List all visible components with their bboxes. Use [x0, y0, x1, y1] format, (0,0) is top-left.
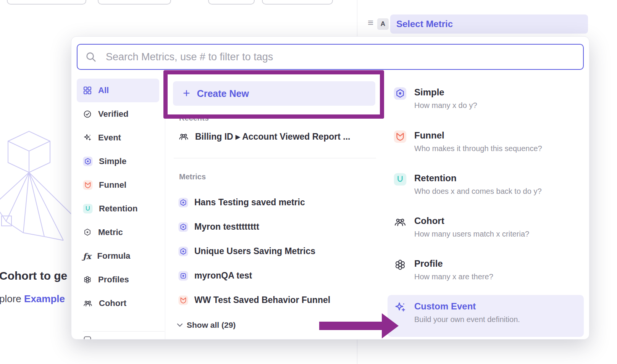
type-title: Profile	[414, 258, 493, 269]
saved-metric-icon	[83, 228, 92, 237]
type-title: Retention	[414, 173, 542, 184]
profiles-flower-icon	[394, 258, 407, 271]
select-metric-label: Select Metric	[396, 19, 453, 29]
example-link[interactable]: Example	[24, 293, 65, 304]
metrics-heading: Metrics	[179, 172, 206, 181]
funnel-icon	[83, 180, 93, 190]
metric-list-item[interactable]: Myron testttttttt	[178, 222, 259, 232]
category-label: Simple	[99, 156, 126, 166]
category-event[interactable]: Event	[77, 126, 159, 150]
category-label: Verified	[98, 109, 128, 119]
recent-item[interactable]: Billing ID ▸ Account Viewed Report ...	[178, 131, 350, 142]
template-icon	[83, 335, 92, 340]
grid-icon	[83, 86, 92, 95]
metric-item-label: Hans Testing saved metric	[194, 197, 305, 208]
range-ytd-button[interactable]: YTD	[47, 0, 86, 4]
create-new-label: Create New	[197, 88, 249, 99]
compare-button[interactable]: Compare	[98, 0, 171, 5]
saved-metric-icon	[178, 198, 188, 208]
cohort-people-icon	[178, 131, 189, 142]
simple-metric-icon	[394, 87, 407, 100]
saved-metric-icon	[178, 222, 188, 232]
plus-icon: +	[183, 87, 190, 99]
show-all-label: Show all (29)	[187, 321, 236, 330]
search-input[interactable]	[105, 51, 575, 63]
category-label: Funnel	[99, 180, 126, 190]
category-metric[interactable]: Metric	[77, 221, 159, 244]
metric-item-label: WW Test Saved Behavior Funnel	[194, 295, 330, 305]
metric-list-item[interactable]: myronQA test	[178, 271, 252, 281]
type-title: Custom Event	[414, 301, 520, 312]
type-title: Funnel	[414, 130, 542, 141]
chevron-down-icon	[177, 323, 183, 327]
category-cohort[interactable]: Cohort	[77, 292, 159, 315]
type-title: Simple	[414, 87, 477, 98]
category-sidebar: All Verified Event Simple Funnel	[77, 79, 165, 340]
metric-item-label: Unique Users Saving Metrics	[194, 246, 315, 256]
category-label: Event	[98, 133, 121, 143]
saved-metric-icon	[178, 246, 188, 256]
type-funnel[interactable]: FunnelWho makes it through this sequence…	[388, 130, 578, 153]
background-illustration	[0, 126, 81, 252]
metric-list-item[interactable]: Hans Testing saved metric	[178, 197, 305, 208]
type-desc: How many x are there?	[414, 272, 493, 281]
metric-list-item[interactable]: Unique Users Saving Metrics	[178, 246, 315, 256]
background-headline-fragment: Cohort to ge	[0, 269, 67, 282]
date-range-group: 12M YTD	[7, 0, 86, 5]
type-cohort[interactable]: CohortHow many users match x criteria?	[388, 216, 578, 238]
retention-icon	[394, 173, 407, 186]
series-a-chip: A	[377, 18, 389, 30]
chart-type-line-button[interactable]: Line	[262, 0, 333, 5]
type-simple[interactable]: SimpleHow many x do y?	[388, 87, 578, 110]
simple-metric-icon	[83, 156, 93, 166]
metric-list-item[interactable]: WW Test Saved Behavior Funnel	[178, 295, 330, 305]
range-12m-button[interactable]: 12M	[8, 0, 47, 4]
category-funnel[interactable]: Funnel	[77, 173, 159, 197]
category-label: Formula	[97, 251, 131, 261]
type-custom-event[interactable]: Custom EventBuild your own event definit…	[388, 295, 584, 337]
category-all[interactable]: All	[77, 79, 159, 102]
type-desc: Who does x and comes back to do y?	[414, 187, 542, 196]
metric-item-label: myronQA test	[194, 271, 252, 281]
type-desc: How many x do y?	[414, 101, 477, 110]
profiles-flower-icon	[83, 275, 92, 284]
saved-custom-event-icon	[178, 271, 188, 281]
type-desc: Who makes it through this sequence?	[414, 144, 542, 153]
cohort-people-icon	[83, 298, 93, 308]
create-new-button[interactable]: + Create New	[173, 81, 375, 106]
event-sparkle-icon	[83, 133, 92, 142]
recent-item-label: Billing ID ▸ Account Viewed Report ...	[195, 132, 350, 142]
category-retention[interactable]: Retention	[77, 197, 159, 221]
show-all-button[interactable]: Show all (29)	[177, 321, 236, 330]
sidebar-divider	[83, 331, 165, 332]
verified-icon	[83, 110, 92, 119]
category-simple[interactable]: Simple	[77, 150, 159, 173]
interval-day-button[interactable]: Day	[208, 0, 255, 5]
custom-event-sparkle-icon	[394, 301, 407, 314]
category-verified[interactable]: Verified	[77, 102, 159, 126]
section-divider	[174, 158, 376, 158]
category-label: Profiles	[98, 275, 129, 285]
metric-picker-modal: All Verified Event Simple Funnel	[71, 36, 590, 340]
type-retention[interactable]: RetentionWho does x and comes back to do…	[388, 173, 578, 196]
drag-handle-icon[interactable]: ≡	[368, 18, 373, 27]
explore-prefix: plore	[0, 293, 24, 304]
metric-item-label: Myron testttttttt	[194, 222, 259, 232]
category-profiles[interactable]: Profiles	[77, 268, 159, 292]
recents-heading: Recents	[179, 114, 209, 122]
type-desc: How many users match x criteria?	[414, 230, 529, 238]
category-formula[interactable]: ƒx Formula	[77, 244, 159, 268]
category-label: Metric	[98, 227, 123, 237]
type-desc: Build your own event definition.	[414, 315, 520, 324]
background-explore-text: plore Example	[0, 293, 65, 305]
retention-icon	[83, 204, 93, 214]
formula-icon: ƒx	[83, 252, 91, 260]
funnel-icon	[178, 295, 188, 305]
metric-search	[77, 44, 584, 70]
category-label: Retention	[99, 204, 137, 214]
select-metric-field[interactable]: Select Metric	[390, 14, 588, 34]
search-icon	[85, 51, 97, 63]
sidebar-item-partial[interactable]	[83, 335, 92, 340]
type-profile[interactable]: ProfileHow many x are there?	[388, 258, 578, 281]
cohort-people-icon	[394, 216, 407, 229]
